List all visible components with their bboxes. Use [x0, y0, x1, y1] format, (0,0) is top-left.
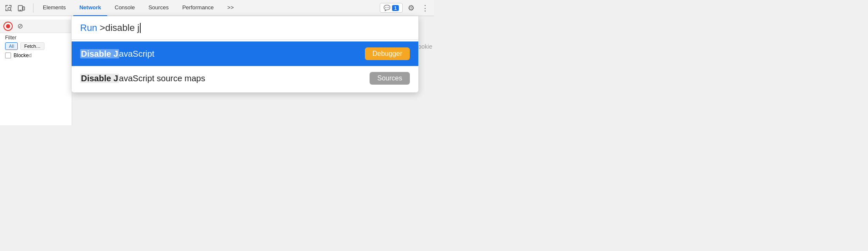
notification-count: 1: [392, 5, 399, 11]
suggestion-badge-debugger: Debugger: [365, 47, 410, 60]
toolbar-right: 💬 1 ⚙ ⋮: [380, 2, 431, 14]
blocked-label: Blocked: [14, 52, 32, 58]
right-panel-partial: ookie: [417, 41, 434, 52]
suggestion-item-disable-js-source-maps[interactable]: Disable JavaScript source maps Sources: [72, 66, 418, 91]
gear-icon: ⚙: [408, 3, 415, 13]
filter-all-button[interactable]: All: [5, 42, 18, 50]
svg-rect-9: [23, 7, 25, 10]
command-palette: Run >disable j Disable JavaScript Debugg…: [71, 16, 419, 93]
suggestion-text-source-maps: Disable JavaScript source maps: [80, 74, 205, 83]
toolbar-icon-group: [3, 3, 26, 13]
suggestion-item-disable-js[interactable]: Disable JavaScript Debugger: [72, 41, 418, 66]
toolbar-separator-1: [33, 3, 33, 13]
network-filter-panel: ⊘ Filter All Fetch… Blocked: [0, 16, 72, 125]
settings-button[interactable]: ⚙: [405, 2, 417, 14]
svg-rect-5: [6, 8, 6, 11]
more-icon: ⋮: [421, 4, 429, 12]
inspect-icon[interactable]: [3, 3, 14, 13]
tab-sources[interactable]: Sources: [142, 0, 175, 16]
filter-fetch-button[interactable]: Fetch…: [20, 42, 45, 50]
svg-rect-1: [6, 5, 6, 8]
filter-type-row: All Fetch…: [0, 41, 72, 51]
suggestion-highlight: Disable J: [80, 49, 119, 58]
command-input-text[interactable]: >disable j: [100, 22, 141, 33]
tab-performance[interactable]: Performance: [176, 0, 220, 16]
panel-body: ⊘ Filter All Fetch… Blocked Run >disable…: [0, 16, 434, 125]
tab-console[interactable]: Console: [109, 0, 141, 16]
filter-blocked-row: Blocked: [0, 51, 72, 60]
clear-icon: ⊘: [17, 22, 23, 30]
chat-icon: 💬: [384, 5, 390, 11]
devtools-toolbar: Elements Network Console Sources Perform…: [0, 0, 434, 16]
device-toggle-icon[interactable]: [16, 3, 26, 13]
tab-elements[interactable]: Elements: [37, 0, 72, 16]
tab-more[interactable]: >>: [221, 0, 239, 16]
overflow-menu-button[interactable]: ⋮: [420, 3, 431, 13]
svg-line-7: [11, 10, 12, 11]
notifications-button[interactable]: 💬 1: [380, 3, 403, 13]
blocked-checkbox[interactable]: [5, 52, 11, 58]
run-label: Run: [80, 22, 97, 33]
network-sub-toolbar: ⊘: [0, 19, 72, 33]
clear-button[interactable]: ⊘: [15, 22, 25, 31]
suggestion-badge-sources: Sources: [370, 72, 410, 85]
record-button[interactable]: [3, 22, 13, 31]
suggestion-highlight-2: Disable J: [80, 74, 119, 83]
command-input-row: Run >disable j: [72, 16, 418, 40]
svg-rect-3: [11, 5, 12, 8]
tab-network[interactable]: Network: [73, 0, 107, 16]
record-dot-icon: [6, 24, 10, 28]
filter-label: Filter: [0, 33, 72, 41]
suggestion-list: Disable JavaScript Debugger Disable Java…: [72, 40, 418, 92]
text-cursor: [140, 23, 141, 33]
suggestion-text-disable-js: Disable JavaScript: [80, 49, 154, 59]
